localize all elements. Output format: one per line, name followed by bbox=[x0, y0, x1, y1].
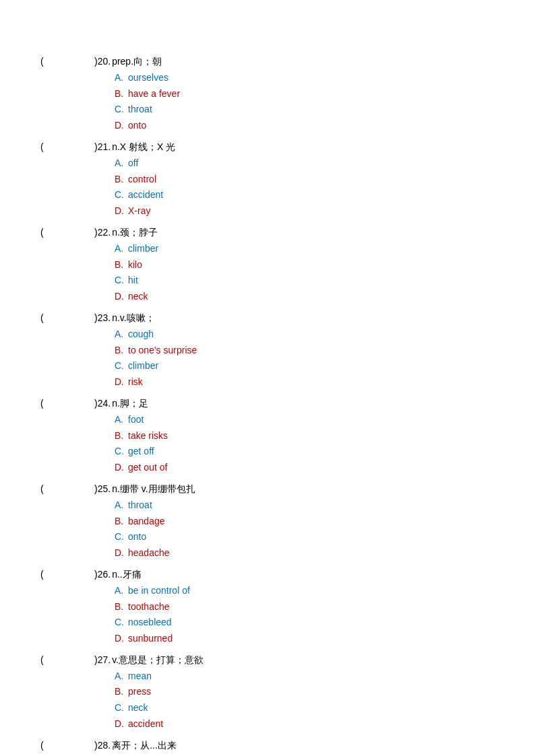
answer-blank bbox=[54, 310, 94, 327]
option-text: risk bbox=[128, 374, 143, 390]
option-text: have a fever bbox=[128, 86, 180, 102]
option-line: C.accident bbox=[115, 187, 495, 203]
option-line: A.cough bbox=[115, 327, 495, 343]
question-line-q20: ( )20.prep.向；朝 bbox=[40, 54, 495, 70]
answer-blank bbox=[54, 481, 94, 497]
question-number: )28. bbox=[94, 738, 111, 754]
option-text: get off bbox=[128, 444, 154, 460]
question-label: n.绷带 v.用绷带包扎 bbox=[112, 481, 195, 497]
option-text: climber bbox=[128, 241, 158, 257]
options-q23: A.coughB.to one's surpriseC.climberD.ris… bbox=[115, 327, 495, 390]
option-letter: C. bbox=[115, 700, 128, 716]
option-letter: C. bbox=[115, 187, 128, 203]
answer-blank bbox=[54, 54, 94, 70]
option-line: C.throat bbox=[115, 102, 495, 118]
option-text: accident bbox=[128, 187, 163, 203]
option-line: B.toothache bbox=[115, 599, 495, 615]
paren-left: ( bbox=[40, 54, 54, 70]
option-line: A.ourselves bbox=[115, 70, 495, 86]
option-line: B.take risks bbox=[115, 428, 495, 444]
option-line: B.kilo bbox=[115, 257, 495, 273]
option-line: B.control bbox=[115, 172, 495, 188]
option-letter: D. bbox=[115, 460, 128, 476]
paren-left: ( bbox=[40, 139, 54, 156]
question-block-q22: ( )22.n.颈；脖子A.climberB.kiloC.hitD.neck bbox=[40, 225, 495, 305]
option-line: C.nosebleed bbox=[115, 615, 495, 631]
option-letter: B. bbox=[115, 86, 128, 102]
question-label: 离开；从...出来 bbox=[112, 738, 177, 754]
paren-left: ( bbox=[40, 738, 54, 754]
option-text: accident bbox=[128, 716, 163, 732]
option-line: D.get out of bbox=[115, 460, 495, 476]
answer-blank bbox=[54, 139, 94, 156]
option-line: D.risk bbox=[115, 374, 495, 390]
option-text: to one's surprise bbox=[128, 343, 197, 359]
option-letter: A. bbox=[115, 327, 128, 343]
option-line: D.neck bbox=[115, 289, 495, 305]
question-number: )25. bbox=[94, 481, 111, 497]
question-block-q27: ( )27.v.意思是；打算；意欲A.meanB.pressC.neckD.ac… bbox=[40, 652, 495, 732]
options-q22: A.climberB.kiloC.hitD.neck bbox=[115, 241, 495, 305]
question-line-q25: ( )25.n.绷带 v.用绷带包扎 bbox=[40, 481, 495, 497]
option-line: A.foot bbox=[115, 412, 495, 428]
question-number: )24. bbox=[94, 396, 111, 412]
paren-left: ( bbox=[40, 652, 54, 668]
question-line-q24: ( )24.n.脚；足 bbox=[40, 396, 495, 412]
answer-blank bbox=[54, 225, 94, 241]
option-letter: A. bbox=[115, 156, 128, 172]
paren-left: ( bbox=[40, 225, 54, 241]
question-number: )23. bbox=[94, 310, 111, 327]
option-line: C.onto bbox=[115, 529, 495, 545]
option-line: B.to one's surprise bbox=[115, 343, 495, 359]
option-text: headache bbox=[128, 545, 170, 561]
question-block-q25: ( )25.n.绷带 v.用绷带包扎A.throatB.bandageC.ont… bbox=[40, 481, 495, 561]
option-line: D.sunburned bbox=[115, 631, 495, 647]
option-line: D.onto bbox=[115, 118, 495, 134]
question-line-q23: ( )23.n.v.咳嗽； bbox=[40, 310, 495, 327]
paren-left: ( bbox=[40, 567, 54, 583]
options-q21: A.offB.controlC.accidentD.X-ray bbox=[115, 156, 495, 219]
option-line: C.hit bbox=[115, 273, 495, 289]
option-letter: A. bbox=[115, 668, 128, 685]
option-text: kilo bbox=[128, 257, 142, 273]
question-block-q28: ( )28.离开；从...出来A.get out ofB.rockC.have … bbox=[40, 738, 495, 756]
option-letter: D. bbox=[115, 374, 128, 390]
option-letter: B. bbox=[115, 343, 128, 359]
option-text: neck bbox=[128, 289, 148, 305]
options-q25: A.throatB.bandageC.ontoD.headache bbox=[115, 497, 495, 561]
question-block-q23: ( )23.n.v.咳嗽；A.coughB.to one's surpriseC… bbox=[40, 310, 495, 390]
option-line: A.off bbox=[115, 156, 495, 172]
options-q24: A.footB.take risksC.get offD.get out of bbox=[115, 412, 495, 476]
option-letter: A. bbox=[115, 583, 128, 599]
option-letter: D. bbox=[115, 289, 128, 305]
question-line-q21: ( )21.n.X 射线；X 光 bbox=[40, 139, 495, 156]
paren-left: ( bbox=[40, 396, 54, 412]
option-text: onto bbox=[128, 118, 146, 134]
option-line: A.climber bbox=[115, 241, 495, 257]
question-number: )27. bbox=[94, 652, 111, 668]
option-letter: C. bbox=[115, 273, 128, 289]
options-q26: A.be in control ofB.toothacheC.nosebleed… bbox=[115, 583, 495, 647]
option-text: nosebleed bbox=[128, 615, 172, 631]
option-letter: D. bbox=[115, 203, 128, 219]
option-letter: A. bbox=[115, 412, 128, 428]
options-q20: A.ourselvesB.have a feverC.throatD.onto bbox=[115, 70, 495, 134]
question-block-q26: ( )26.n..牙痛A.be in control ofB.toothache… bbox=[40, 567, 495, 647]
answer-blank bbox=[54, 738, 94, 754]
option-text: throat bbox=[128, 497, 152, 514]
option-text: climber bbox=[128, 358, 158, 374]
option-text: throat bbox=[128, 102, 152, 118]
question-label: n.脚；足 bbox=[112, 396, 148, 412]
option-line: B.press bbox=[115, 684, 495, 700]
questions-container: ( )20.prep.向；朝A.ourselvesB.have a feverC… bbox=[40, 54, 495, 756]
option-letter: A. bbox=[115, 241, 128, 257]
option-letter: C. bbox=[115, 358, 128, 374]
option-text: get out of bbox=[128, 460, 167, 476]
question-line-q28: ( )28.离开；从...出来 bbox=[40, 738, 495, 754]
option-letter: D. bbox=[115, 631, 128, 647]
option-text: neck bbox=[128, 700, 148, 716]
option-text: take risks bbox=[128, 428, 168, 444]
option-text: onto bbox=[128, 529, 146, 545]
option-line: D.headache bbox=[115, 545, 495, 561]
question-block-q24: ( )24.n.脚；足A.footB.take risksC.get offD.… bbox=[40, 396, 495, 476]
